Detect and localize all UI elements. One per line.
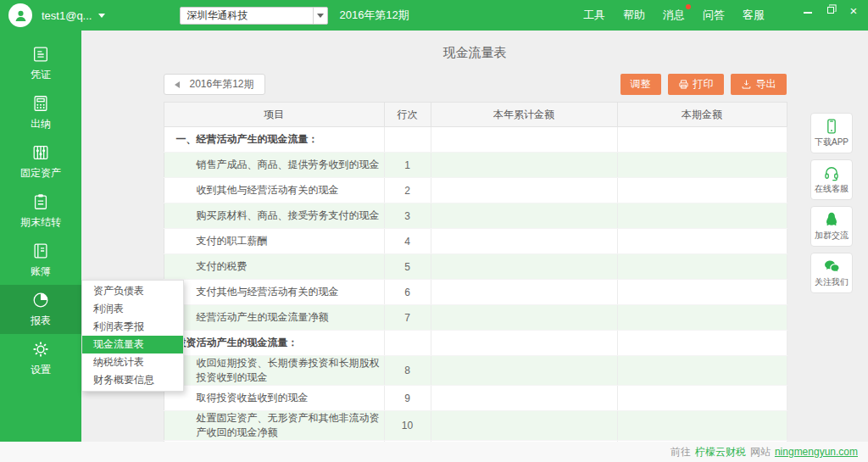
minimize-button[interactable] <box>802 4 814 16</box>
footer-brand[interactable]: 柠檬云财税 <box>695 445 746 459</box>
topbar-menu-qa[interactable]: 问答 <box>703 8 725 23</box>
toolbar: 2016年第12期 调整 打印 导出 <box>164 74 787 95</box>
phone-icon <box>823 118 840 135</box>
col-header-period-amount: 本期金额 <box>617 103 787 127</box>
export-button-label: 导出 <box>756 77 776 92</box>
row-year-amount-cell <box>431 203 617 229</box>
company-select-arrow[interactable] <box>313 8 327 24</box>
qq-icon <box>823 211 840 228</box>
report-table: 项目 行次 本年累计金额 本期金额 一、经营活动产生的现金流量：销售产成品、商品… <box>164 102 787 442</box>
row-period-amount-cell <box>617 127 787 153</box>
table-row: 销售产成品、商品、提供劳务收到的现金1 <box>164 153 787 178</box>
row-year-amount-cell <box>431 356 617 386</box>
row-line-cell: 3 <box>384 203 431 229</box>
table-row: 投资活动产生的现金流量： <box>164 331 787 356</box>
period-selector-label: 2016年第12期 <box>190 77 254 92</box>
wechat-icon <box>823 258 840 275</box>
topbar-menu: 工具帮助消息问答客服 <box>583 8 765 23</box>
row-period-amount-cell <box>617 280 787 305</box>
submenu-item-income-statement[interactable]: 利润表 <box>82 300 183 318</box>
submenu-item-income-statement-quarterly[interactable]: 利润表季报 <box>82 318 183 336</box>
company-select[interactable]: 深圳华通科技 <box>180 7 328 25</box>
export-button[interactable]: 导出 <box>731 74 787 95</box>
table-row: 取得投资收益收到的现金9 <box>164 386 787 411</box>
sidebar-item-period-end[interactable]: 期末结转 <box>0 186 81 236</box>
float-button-label: 在线客服 <box>815 183 849 195</box>
username[interactable]: test1@q... <box>42 9 92 22</box>
row-item-cell: 一、经营活动产生的现金流量： <box>164 127 384 153</box>
main-content: 现金流量表 2016年第12期 调整 打印 导出 <box>81 31 868 442</box>
join-group-button[interactable]: 加群交流 <box>810 206 853 247</box>
row-year-amount-cell <box>431 127 617 153</box>
row-year-amount-cell <box>431 280 617 305</box>
topbar-menu-messages[interactable]: 消息 <box>663 8 685 23</box>
table-row: 收回短期投资、长期债券投资和长期股权投资收到的现金8 <box>164 356 787 386</box>
topbar: test1@q... 深圳华通科技 2016年第12期 工具帮助消息问答客服 × <box>0 0 868 31</box>
row-period-amount-cell <box>617 153 787 178</box>
table-row: 收到其他与经营活动有关的现金2 <box>164 178 787 203</box>
table-row: 一、经营活动产生的现金流量： <box>164 127 787 153</box>
user-dropdown-caret-icon[interactable] <box>98 14 105 18</box>
submenu-item-balance-sheet[interactable]: 资产负债表 <box>82 282 183 300</box>
adjust-button[interactable]: 调整 <box>620 74 661 95</box>
row-item-cell: 购买原材料、商品、接受劳务支付的现金 <box>164 203 384 229</box>
restore-button[interactable] <box>825 4 837 16</box>
period-end-icon <box>31 192 50 211</box>
footer-link[interactable]: ningmengyun.com <box>775 446 858 458</box>
table-header-row: 项目 行次 本年累计金额 本期金额 <box>164 103 787 127</box>
row-period-amount-cell <box>617 178 787 203</box>
topbar-menu-help[interactable]: 帮助 <box>623 8 645 23</box>
close-button[interactable]: × <box>848 4 860 16</box>
fixed-assets-icon <box>31 143 50 162</box>
period-selector-button[interactable]: 2016年第12期 <box>164 74 265 95</box>
row-line-cell: 8 <box>384 356 431 386</box>
printer-icon <box>678 79 689 90</box>
col-header-item: 项目 <box>164 103 384 127</box>
col-header-year-amount: 本年累计金额 <box>431 103 617 127</box>
reports-submenu: 资产负债表利润表利润表季报现金流量表纳税统计表财务概要信息 <box>81 280 184 392</box>
window-controls: × <box>802 4 860 16</box>
topbar-menu-label: 工具 <box>583 8 605 21</box>
row-item-cell: 短期投资、长期债券投资和长期股权投资支付的现金 <box>164 441 384 443</box>
row-line-cell <box>384 331 431 356</box>
row-line-cell: 6 <box>384 280 431 305</box>
float-button-label: 加群交流 <box>815 230 849 242</box>
table-row: 处置固定资产、无形资产和其他非流动资产收回的现金净额10 <box>164 411 787 441</box>
sidebar-item-ledger[interactable]: 账簿 <box>0 236 81 285</box>
row-line-cell: 9 <box>384 386 431 411</box>
table-row: 短期投资、长期债券投资和长期股权投资支付的现金11 <box>164 441 787 443</box>
submenu-item-cash-flow-statement[interactable]: 现金流量表 <box>82 336 183 353</box>
topbar-menu-label: 客服 <box>743 8 765 21</box>
chevron-left-icon[interactable] <box>175 81 180 88</box>
follow-us-button[interactable]: 关注我们 <box>810 253 853 293</box>
cashier-icon <box>31 94 50 113</box>
sidebar-item-fixed-assets[interactable]: 固定资产 <box>0 137 81 186</box>
voucher-icon <box>31 45 50 64</box>
sidebar-item-settings[interactable]: 设置 <box>0 334 81 383</box>
download-app-button[interactable]: 下载APP <box>810 113 853 153</box>
settings-icon <box>31 340 50 359</box>
row-item-cell: 销售产成品、商品、提供劳务收到的现金 <box>164 153 384 178</box>
topbar-menu-customer-service[interactable]: 客服 <box>743 8 765 23</box>
print-button[interactable]: 打印 <box>668 74 724 95</box>
table-row: 支付其他与经营活动有关的现金6 <box>164 280 787 305</box>
float-button-label: 下载APP <box>815 136 849 148</box>
export-icon <box>741 79 752 90</box>
user-avatar[interactable] <box>8 3 32 27</box>
row-period-amount-cell <box>617 356 787 386</box>
sidebar-item-voucher[interactable]: 凭证 <box>0 39 81 88</box>
submenu-item-tax-statistics[interactable]: 纳税统计表 <box>82 353 183 371</box>
submenu-item-financial-summary[interactable]: 财务概要信息 <box>82 371 183 389</box>
footer-suffix: 网站 <box>750 445 771 459</box>
table-row: 支付的职工薪酬4 <box>164 229 787 254</box>
table-row: 经营活动产生的现金流量净额7 <box>164 305 787 331</box>
row-item-cell: 支付的职工薪酬 <box>164 229 384 254</box>
online-service-button[interactable]: 在线客服 <box>810 159 853 200</box>
company-name: 深圳华通科技 <box>181 8 313 23</box>
sidebar: 凭证出纳固定资产期末结转账簿报表设置 <box>0 31 81 442</box>
row-year-amount-cell <box>431 331 617 356</box>
row-period-amount-cell <box>617 229 787 254</box>
sidebar-item-cashier[interactable]: 出纳 <box>0 88 81 137</box>
topbar-menu-tools[interactable]: 工具 <box>583 8 605 23</box>
sidebar-item-reports[interactable]: 报表 <box>0 285 81 334</box>
